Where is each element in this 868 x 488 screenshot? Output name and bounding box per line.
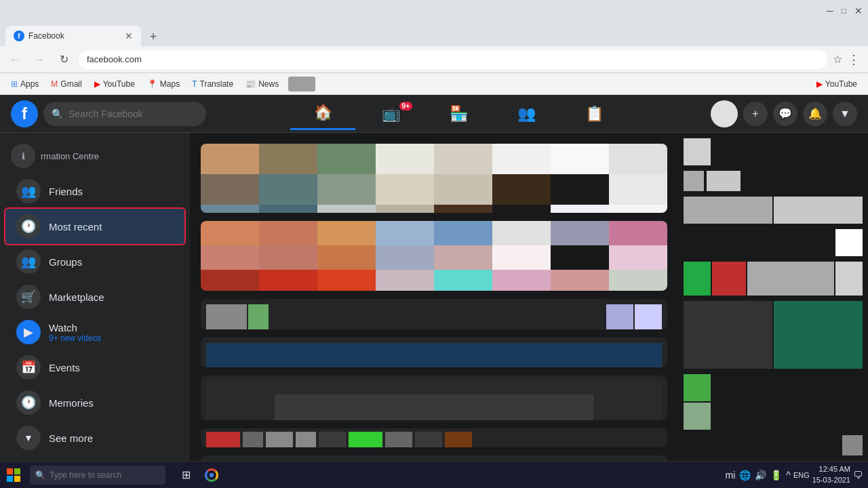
watch-text: Watch 9+ new videos xyxy=(49,322,101,343)
chrome-taskbar-btn[interactable] xyxy=(199,463,224,487)
nav-pages[interactable]: 📋 xyxy=(561,98,627,130)
groups-sidebar-icon: 👥 xyxy=(16,249,41,274)
start-btn[interactable] xyxy=(0,462,27,489)
home-icon: 🏠 xyxy=(314,104,332,121)
bookmark-translate[interactable]: T Translate xyxy=(186,77,239,92)
nav-video[interactable]: 📺 9+ xyxy=(358,98,423,130)
new-tab-btn[interactable]: + xyxy=(144,27,163,46)
clock-time: 12:45 AM xyxy=(812,464,850,474)
bookmark-star-icon[interactable]: ☆ xyxy=(833,53,842,66)
chevron-icon[interactable]: ^ xyxy=(786,470,791,481)
groups-icon: 👥 xyxy=(517,105,536,123)
battery-icon[interactable]: 🔋 xyxy=(770,470,782,481)
info-icon: ℹ xyxy=(11,144,35,168)
right-block-5 xyxy=(684,262,863,296)
post-2 xyxy=(201,221,667,290)
memories-icon: 🕐 xyxy=(16,390,41,415)
svg-rect-2 xyxy=(7,476,13,482)
taskbar-search-bar[interactable]: 🔍 xyxy=(30,466,165,485)
forward-btn[interactable]: → xyxy=(30,50,49,69)
right-block-4 xyxy=(684,229,863,256)
marketplace-label: Marketplace xyxy=(49,291,104,303)
bookmark-other[interactable] xyxy=(288,77,315,92)
video-icon: 📺 xyxy=(382,105,400,123)
sidebar-item-marketplace[interactable]: 🛒 Marketplace xyxy=(5,279,184,314)
messenger-btn[interactable]: 💬 xyxy=(773,102,797,126)
gmail-icon: M xyxy=(51,79,58,89)
watch-sub: 9+ new videos xyxy=(49,333,101,343)
speaker-icon[interactable]: 🔊 xyxy=(755,470,766,481)
user-avatar[interactable] xyxy=(711,100,738,127)
facebook-app: f 🔍 🏠 📺 9+ 🏪 👥 📋 + xyxy=(0,95,868,488)
post-6 xyxy=(201,428,667,447)
bookmark-youtube-2[interactable]: ▶ YouTube xyxy=(811,77,863,92)
facebook-topnav: f 🔍 🏠 📺 9+ 🏪 👥 📋 + xyxy=(0,95,868,133)
bookmark-news[interactable]: 📰 News xyxy=(240,77,284,92)
apps-icon: ⊞ xyxy=(11,79,18,89)
sidebar-item-watch[interactable]: ▶ Watch 9+ new videos xyxy=(5,314,184,350)
taskbar-search-input[interactable] xyxy=(50,470,158,480)
marketplace-sidebar-icon: 🛒 xyxy=(16,285,41,309)
sidebar-item-friends[interactable]: 👥 Friends xyxy=(5,174,184,209)
right-block-6 xyxy=(684,301,863,369)
browser-menu-btn[interactable]: ⋮ xyxy=(848,52,860,67)
news-icon: 📰 xyxy=(245,79,256,89)
most-recent-icon: 🕐 xyxy=(16,214,41,239)
nav-center: 🏠 📺 9+ 🏪 👥 📋 xyxy=(206,98,711,130)
maximize-btn[interactable]: □ xyxy=(842,6,846,16)
sidebar-item-see-more[interactable]: ▼ See more xyxy=(5,420,184,455)
most-recent-label: Most recent xyxy=(49,221,102,232)
groups-label: Groups xyxy=(49,256,82,268)
taskbar: 🔍 ⊞ mi 🌐 🔊 🔋 ^ ENG 12:45 AM 15-03-2021 🗨 xyxy=(0,461,868,488)
taskbar-apps: ⊞ xyxy=(174,463,224,487)
tab-close-btn[interactable]: ✕ xyxy=(125,30,133,41)
post-1-pixel-grid xyxy=(201,144,667,213)
notification-center-icon[interactable]: 🗨 xyxy=(853,470,863,481)
bookmark-maps[interactable]: 📍 Maps xyxy=(142,77,185,92)
bookmark-gmail[interactable]: M Gmail xyxy=(45,77,87,92)
youtube-icon-2: ▶ xyxy=(816,79,823,89)
facebook-tab[interactable]: f Facebook ✕ xyxy=(5,26,141,46)
bookmark-youtube-1[interactable]: ▶ YouTube xyxy=(89,77,140,92)
close-btn[interactable]: ✕ xyxy=(854,5,863,16)
post-2-grid-right xyxy=(434,221,667,290)
tab-title: Facebook xyxy=(28,31,64,41)
watch-icon: ▶ xyxy=(16,320,41,344)
post-5 xyxy=(201,375,667,420)
post-3 xyxy=(201,299,667,330)
notifications-btn[interactable]: 🔔 xyxy=(803,102,827,126)
right-block-1 xyxy=(684,138,863,165)
bookmark-youtube-label-2: YouTube xyxy=(825,79,857,89)
bookmark-translate-label: Translate xyxy=(200,79,234,89)
svg-rect-3 xyxy=(14,476,20,482)
video-badge: 9+ xyxy=(399,102,412,110)
chrome-icon xyxy=(205,468,218,482)
sidebar-item-memories[interactable]: 🕐 Memories xyxy=(5,385,184,420)
friends-icon: 👥 xyxy=(16,179,41,203)
sys-tray: mi 🌐 🔊 🔋 ^ xyxy=(726,470,791,481)
watch-label: Watch xyxy=(49,322,101,333)
post-5-content xyxy=(206,381,662,420)
youtube-icon-1: ▶ xyxy=(94,79,100,89)
minimize-btn[interactable]: ─ xyxy=(827,5,833,16)
search-bar[interactable]: 🔍 xyxy=(43,102,206,126)
events-label: Events xyxy=(49,362,80,373)
address-input[interactable] xyxy=(79,50,827,69)
facebook-logo[interactable]: f xyxy=(11,100,38,127)
sidebar-item-most-recent[interactable]: 🕐 Most recent xyxy=(5,209,184,244)
sidebar-item-groups[interactable]: 👥 Groups xyxy=(5,244,184,279)
network-icon[interactable]: 🌐 xyxy=(739,470,751,481)
bookmark-apps[interactable]: ⊞ Apps xyxy=(5,77,44,92)
back-btn[interactable]: ← xyxy=(5,50,24,69)
nav-marketplace[interactable]: 🏪 xyxy=(426,98,491,130)
search-input[interactable] xyxy=(68,108,198,119)
clock: 12:45 AM 15-03-2021 xyxy=(812,464,850,485)
sidebar-item-events[interactable]: 📅 Events xyxy=(5,350,184,385)
task-view-btn[interactable]: ⊞ xyxy=(174,463,198,487)
reload-btn[interactable]: ↻ xyxy=(54,50,73,69)
plus-btn[interactable]: + xyxy=(743,102,768,126)
post-4 xyxy=(201,338,667,367)
nav-groups[interactable]: 👥 xyxy=(494,98,559,130)
account-btn[interactable]: ▼ xyxy=(833,102,857,126)
nav-home[interactable]: 🏠 xyxy=(290,98,355,130)
